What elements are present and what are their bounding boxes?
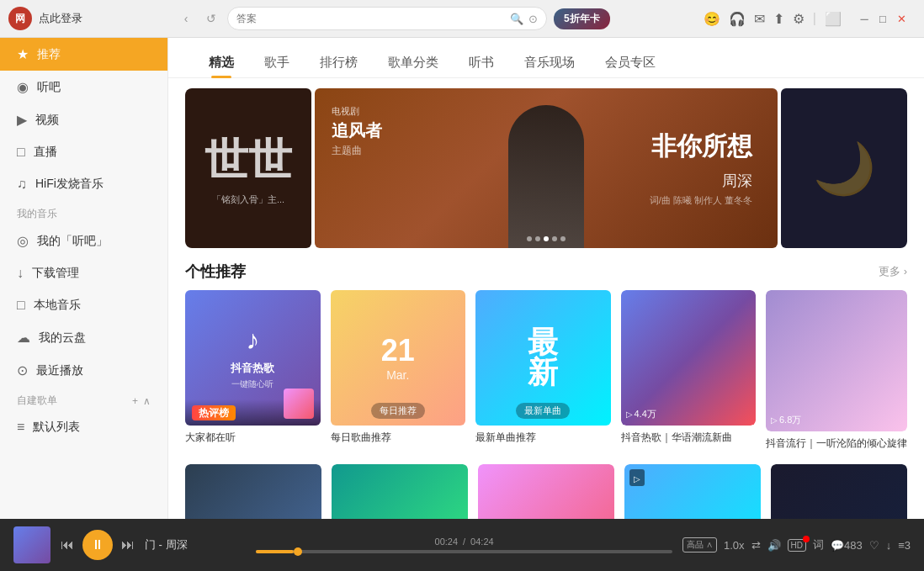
tab-tingshu[interactable]: 听书: [454, 48, 509, 77]
refresh-button[interactable]: ↺: [202, 9, 220, 28]
speed-button[interactable]: 1.0x: [724, 539, 745, 552]
search-refresh-icon[interactable]: ⊙: [528, 13, 538, 25]
tab-paihangbang[interactable]: 排行榜: [305, 48, 373, 77]
douyin-logo-icon: ♪: [246, 325, 259, 356]
promo-card[interactable]: 5折年卡: [554, 8, 610, 29]
card-bottom-1[interactable]: [185, 464, 321, 519]
pip-icon[interactable]: ⬜: [825, 11, 842, 27]
volume-button[interactable]: 🔊: [767, 539, 781, 552]
card-bottom-3[interactable]: [478, 464, 614, 519]
add-playlist-button[interactable]: +: [132, 395, 138, 407]
upload-icon[interactable]: ⬆: [773, 11, 784, 27]
like-button[interactable]: ♡: [869, 539, 879, 552]
card-bottom-4[interactable]: ▷: [624, 464, 761, 519]
close-button[interactable]: ✕: [895, 13, 907, 24]
speed-text: 1.0x: [724, 539, 745, 552]
tab-huiyuanzhuanqu[interactable]: 会员专区: [590, 48, 671, 77]
card-artist2[interactable]: ▷ 6.8万 抖音流行｜一听沦陷的倾心旋律: [766, 290, 907, 451]
back-button[interactable]: ‹: [177, 9, 195, 28]
lyrics-button[interactable]: 词: [813, 537, 824, 552]
drama-subtitle: 主题曲: [332, 144, 382, 158]
playlist-count: 3: [905, 539, 911, 552]
tab-geshou[interactable]: 歌手: [249, 48, 305, 77]
search-icon[interactable]: 🔍: [510, 13, 523, 25]
maximize-button[interactable]: □: [877, 13, 889, 24]
next-button[interactable]: ⏭: [121, 537, 135, 552]
minimize-button[interactable]: ─: [858, 13, 870, 24]
personal-section-header: 个性推荐 更多 ›: [185, 262, 907, 282]
tab-jingxuan[interactable]: 精选: [194, 48, 249, 77]
sidebar-label-bendi: 本地音乐: [34, 298, 81, 313]
user-icon[interactable]: 😊: [704, 11, 720, 27]
download-mgr-icon: ↓: [17, 266, 24, 281]
collapse-icon[interactable]: ∧: [143, 395, 151, 407]
bottom-badge-text: ▷: [634, 474, 640, 484]
play-count-1: ▷ 4.4万: [626, 408, 656, 420]
sidebar-item-zuijin[interactable]: ⊙ 最近播放: [0, 354, 167, 387]
dot-4[interactable]: [552, 236, 557, 241]
drama-title: 追风者: [332, 119, 382, 142]
playlist-icon: ≡: [17, 420, 24, 435]
tab-gedanfenlei[interactable]: 歌单分类: [373, 48, 454, 77]
loop-button[interactable]: ⇄: [751, 539, 761, 552]
player-info: 门 - 周深: [145, 537, 246, 552]
hd-new-dot: [803, 536, 810, 542]
sidebar-item-shipin[interactable]: ▶ 视频: [0, 103, 167, 136]
login-button[interactable]: 点此登录: [39, 11, 82, 26]
play-pause-button[interactable]: ⏸: [82, 530, 113, 560]
sidebar-item-hifi[interactable]: ♫ HiFi发烧音乐: [0, 168, 167, 200]
sidebar-label-tingba: 听吧: [37, 80, 61, 95]
new-char2: 新: [528, 357, 558, 388]
banner-right[interactable]: 🌙: [781, 88, 907, 248]
settings-icon[interactable]: ⚙: [793, 11, 805, 27]
banner-left[interactable]: 世世 「铭刻入骨」主...: [185, 88, 311, 248]
prev-button[interactable]: ⏮: [61, 537, 74, 552]
quality-badge[interactable]: 高品 ∧: [682, 537, 717, 552]
hot-overlay: 热评榜: [185, 399, 321, 426]
comment-button[interactable]: 💬 483: [831, 539, 863, 552]
progress-bar[interactable]: [256, 550, 672, 553]
more-button[interactable]: 更多 ›: [879, 264, 907, 279]
headphone-icon[interactable]: 🎧: [729, 11, 746, 27]
title-bar: 网 点此登录 ‹ ↺ 🔍 ⊙ 5折年卡 😊 🎧 ✉ ⬆ ⚙ | ⬜ ─ □ ✕: [0, 0, 924, 38]
dot-2[interactable]: [535, 236, 540, 241]
sidebar-item-tingba[interactable]: ◉ 听吧: [0, 71, 167, 103]
banner-main[interactable]: 电视剧 追风者 主题曲 非你所想 周深 词/曲 陈曦 制作人 董冬冬: [315, 88, 778, 248]
card-new-single[interactable]: 最 新 最新单曲 最新单曲推荐: [475, 290, 611, 451]
sidebar-item-xiazai[interactable]: ↓ 下载管理: [0, 257, 167, 289]
dot-3[interactable]: [544, 236, 549, 241]
playlist-button[interactable]: ≡ 3: [898, 539, 911, 552]
card-douyin-hot[interactable]: ♪ 抖音热歌 一键随心听 ↺ 热评榜 大家都在听: [185, 290, 321, 451]
title-bar-left: 网 点此登录: [8, 7, 177, 30]
sidebar-item-yunpan[interactable]: ☁ 我的云盘: [0, 321, 167, 354]
time-elapsed: 00:24: [435, 537, 459, 547]
title-bar-center: ‹ ↺ 🔍 ⊙ 5折年卡: [177, 7, 704, 30]
card-bottom-5[interactable]: ♪: [771, 464, 907, 519]
banner-dots: [527, 236, 566, 241]
card-daily[interactable]: 21 Mar. 每日推荐 每日歌曲推荐: [331, 290, 466, 451]
search-input[interactable]: [236, 13, 505, 24]
banner-right-content: 🌙: [813, 139, 876, 198]
dot-1[interactable]: [527, 236, 532, 241]
sidebar-item-tuijian[interactable]: ★ 推荐: [0, 38, 167, 71]
content-area: 精选 歌手 排行榜 歌单分类 听书 音乐现场 会员专区 世世 「铭刻入骨」主..…: [168, 38, 924, 519]
tab-yinyuexianchang[interactable]: 音乐现场: [509, 48, 590, 77]
progress-handle[interactable]: [294, 547, 302, 556]
sidebar-item-bendi[interactable]: □ 本地音乐: [0, 289, 167, 321]
download-button[interactable]: ↓: [886, 539, 892, 552]
mail-icon[interactable]: ✉: [754, 11, 765, 27]
sidebar-item-moren[interactable]: ≡ 默认列表: [0, 411, 167, 443]
more-label: 更多: [879, 265, 900, 278]
card-label-daily: 每日歌曲推荐: [331, 431, 466, 445]
song-artist: 周深: [650, 171, 752, 191]
sidebar-item-wode-tingba[interactable]: ◎ 我的「听吧」: [0, 225, 167, 257]
daily-badge: 每日推荐: [371, 403, 425, 419]
dot-5[interactable]: [560, 236, 566, 241]
card-artist1[interactable]: ▷ 4.4万 抖音热歌｜华语潮流新曲: [621, 290, 757, 451]
sidebar-item-zhibo[interactable]: □ 直播: [0, 136, 167, 168]
progress-fill: [256, 550, 294, 553]
time-separator: /: [463, 537, 465, 547]
card-bottom-2[interactable]: [332, 464, 468, 519]
card-label-douyin: 大家都在听: [185, 431, 321, 445]
player-album-thumb: [13, 526, 50, 563]
